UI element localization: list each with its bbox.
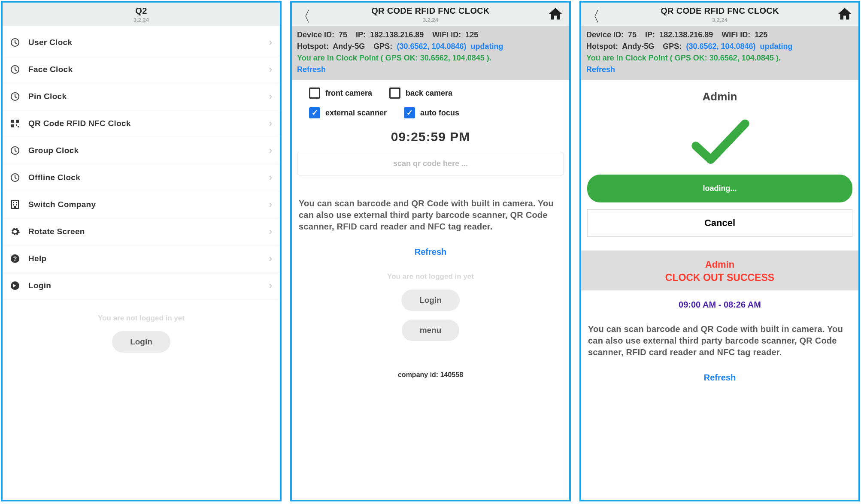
success-check-icon	[581, 108, 858, 173]
menu-item-rotate-screen[interactable]: Rotate Screen›	[3, 218, 280, 245]
scan-info-text: You can scan barcode and QR Code with bu…	[581, 312, 858, 358]
menu-item-pin-clock[interactable]: Pin Clock›	[3, 83, 280, 110]
result-user: Admin	[581, 259, 858, 270]
svg-rect-7	[18, 126, 19, 127]
menu-item-face-clock[interactable]: Face Clock›	[3, 56, 280, 83]
help-icon: ?	[9, 253, 21, 264]
svg-rect-15	[14, 206, 16, 208]
hotspot-label: Hotspot:	[297, 42, 329, 51]
scan-input[interactable]: scan qr code here ...	[297, 152, 564, 175]
external-scanner-checkbox[interactable]: external scanner	[309, 107, 387, 118]
chevron-right-icon: ›	[269, 172, 272, 183]
svg-rect-11	[13, 202, 14, 203]
wifi-label: WIFI ID:	[432, 30, 461, 39]
auto-focus-label: auto focus	[420, 109, 459, 118]
app-title: Q2	[3, 6, 280, 16]
ip-value: 182.138.216.89	[370, 30, 424, 39]
front-camera-checkbox[interactable]: front camera	[309, 88, 372, 99]
home-icon[interactable]	[837, 6, 852, 23]
panel-scan: 〈 QR CODE RFID FNC CLOCK 3.2.24 Device I…	[290, 1, 571, 501]
device-id-label: Device ID:	[297, 30, 334, 39]
svg-rect-3	[11, 120, 14, 123]
svg-rect-14	[16, 204, 17, 205]
chevron-right-icon: ›	[269, 145, 272, 156]
wifi-label: WIFI ID:	[722, 30, 750, 39]
gps-updating: updating	[471, 42, 503, 51]
clock-point-status: You are in Clock Point ( GPS OK: 30.6562…	[586, 54, 781, 62]
device-info-bar: Device ID: 75 IP: 182.138.216.89 WIFI ID…	[581, 26, 858, 80]
panel-menu: Q2 3.2.24 User Clock›Face Clock›Pin Cloc…	[1, 1, 282, 501]
menu-item-label: Offline Clock	[28, 173, 269, 182]
company-id: company id: 140558	[292, 341, 569, 379]
device-id: 75	[339, 30, 347, 39]
menu-item-login[interactable]: Login›	[3, 272, 280, 299]
scan-info-text: You can scan barcode and QR Code with bu…	[292, 175, 569, 232]
time-range: 09:00 AM - 08:26 AM	[581, 290, 858, 312]
result-box: Admin CLOCK OUT SUCCESS	[581, 250, 858, 290]
header: 〈 QR CODE RFID FNC CLOCK 3.2.24	[581, 3, 858, 26]
front-camera-label: front camera	[325, 89, 372, 98]
company-id-value: 140558	[440, 371, 463, 378]
gear-icon	[9, 226, 21, 237]
back-icon[interactable]: 〈	[585, 7, 600, 27]
login-icon	[9, 280, 21, 291]
back-icon[interactable]: 〈	[296, 7, 311, 27]
menu-item-label: Group Clock	[28, 146, 269, 155]
wifi-id: 125	[465, 30, 478, 39]
device-id: 75	[628, 30, 637, 39]
clock-icon	[9, 64, 21, 75]
screen-title: QR CODE RFID FNC CLOCK	[581, 6, 858, 16]
refresh-link[interactable]: Refresh	[586, 65, 615, 74]
menu-item-group-clock[interactable]: Group Clock›	[3, 137, 280, 164]
menu-item-label: Help	[28, 254, 269, 263]
company-id-label: company id:	[398, 371, 438, 378]
svg-rect-4	[16, 120, 19, 123]
auto-focus-checkbox[interactable]: auto focus	[404, 107, 459, 118]
chevron-right-icon: ›	[269, 118, 272, 129]
chevron-right-icon: ›	[269, 226, 272, 237]
admin-heading: Admin	[581, 80, 858, 108]
clock-icon	[9, 145, 21, 156]
chevron-right-icon: ›	[269, 253, 272, 264]
menu-item-switch-company[interactable]: Switch Company›	[3, 191, 280, 218]
menu-item-help[interactable]: ?Help›	[3, 245, 280, 272]
ip-value: 182.138.216.89	[659, 30, 713, 39]
checkbox-row-1: front camera back camera	[292, 80, 569, 103]
svg-rect-5	[11, 124, 14, 127]
menu-button[interactable]: menu	[402, 320, 460, 341]
login-button[interactable]: Login	[401, 290, 460, 311]
header: 〈 QR CODE RFID FNC CLOCK 3.2.24	[292, 3, 569, 26]
not-logged-label: You are not logged in yet	[292, 257, 569, 281]
refresh-button[interactable]: Refresh	[581, 358, 858, 383]
menu-item-offline-clock[interactable]: Offline Clock›	[3, 164, 280, 191]
login-button[interactable]: Login	[112, 331, 170, 353]
menu-item-label: Rotate Screen	[28, 227, 269, 236]
qr-icon	[9, 118, 21, 129]
hotspot-label: Hotspot:	[586, 42, 618, 51]
building-icon	[9, 199, 21, 210]
menu-item-label: User Clock	[28, 38, 269, 47]
menu-item-label: Face Clock	[28, 65, 269, 74]
cancel-button[interactable]: Cancel	[587, 209, 852, 237]
refresh-button[interactable]: Refresh	[292, 232, 569, 257]
hotspot-value: Andy-5G	[622, 42, 654, 51]
result-status: CLOCK OUT SUCCESS	[581, 272, 858, 284]
gps-updating: updating	[760, 42, 793, 51]
app-version: 3.2.24	[292, 17, 569, 23]
home-icon[interactable]	[548, 6, 563, 23]
menu-item-user-clock[interactable]: User Clock›	[3, 29, 280, 56]
ip-label: IP:	[645, 30, 655, 39]
clock-icon	[9, 91, 21, 102]
menu-item-qr-code-rfid-nfc-clock[interactable]: QR Code RFID NFC Clock›	[3, 110, 280, 137]
svg-rect-6	[16, 124, 17, 126]
loading-button[interactable]: loading...	[587, 175, 852, 202]
chevron-right-icon: ›	[269, 37, 272, 48]
clock-icon	[9, 172, 21, 183]
device-id-label: Device ID:	[586, 30, 624, 39]
refresh-link[interactable]: Refresh	[297, 65, 326, 74]
back-camera-checkbox[interactable]: back camera	[389, 88, 452, 99]
wifi-id: 125	[755, 30, 767, 39]
device-info-bar: Device ID: 75 IP: 182.138.216.89 WIFI ID…	[292, 26, 569, 80]
menu-item-label: Pin Clock	[28, 92, 269, 101]
chevron-right-icon: ›	[269, 199, 272, 210]
